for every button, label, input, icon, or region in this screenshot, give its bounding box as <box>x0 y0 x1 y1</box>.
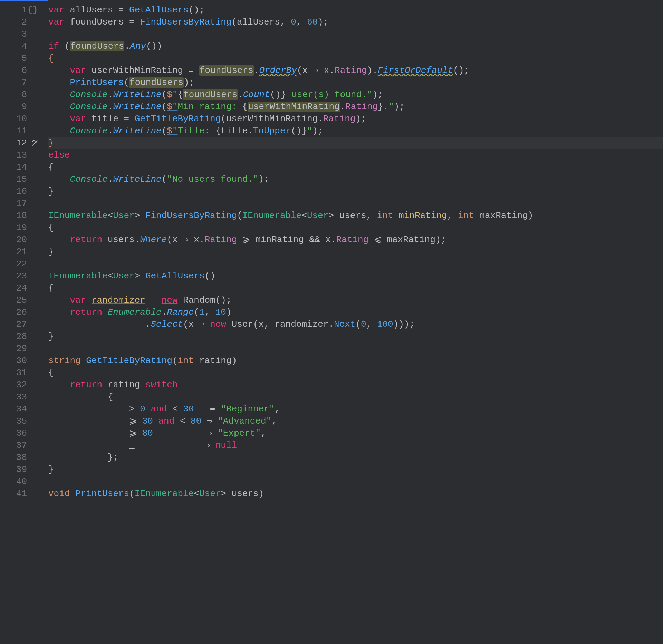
code-line: var allUsers = GetAllUsers(); <box>48 4 663 16</box>
code-line: { <box>48 222 663 234</box>
code-area[interactable]: var allUsers = GetAllUsers(); var foundU… <box>31 0 663 644</box>
code-line: return Enumerable.Range(1, 10) <box>48 306 663 319</box>
line-number[interactable]: 10 <box>0 113 27 125</box>
line-number[interactable]: 22 <box>0 258 27 270</box>
code-line: var randomizer = new Random(); <box>48 294 663 306</box>
code-line: IEnumerable<User> FindUsersByRating(IEnu… <box>48 210 663 222</box>
line-number[interactable]: 13 <box>0 149 27 161</box>
code-line <box>48 476 663 488</box>
line-number[interactable]: 18 <box>0 210 27 222</box>
line-number[interactable]: 11 <box>0 125 27 137</box>
code-line: var title = GetTitleByRating(userWithMin… <box>48 113 663 125</box>
line-number[interactable]: 14 <box>0 161 27 173</box>
line-number-gutter[interactable]: 1{} 2 3 4 5 6 7 8 9 10 11 12 13 14 15 16… <box>0 0 31 644</box>
line-number[interactable]: 37 <box>0 439 27 452</box>
code-line: Console.WriteLine($"Title: {title.ToUppe… <box>48 125 663 137</box>
line-number[interactable]: 21 <box>0 246 27 258</box>
line-number[interactable]: 6 <box>0 65 27 77</box>
code-line: PrintUsers(foundUsers); <box>48 77 663 89</box>
code-line: } <box>48 331 663 343</box>
code-line: return users.Where(x ⇒ x.Rating ⩾ minRat… <box>48 234 663 246</box>
code-line: _ ⇒ null <box>48 439 663 452</box>
line-number[interactable]: 19 <box>0 222 27 234</box>
code-line: if (foundUsers.Any()) <box>48 40 663 53</box>
line-number[interactable]: 9 <box>0 101 27 113</box>
code-line <box>48 258 663 270</box>
line-number[interactable]: 41 <box>0 488 27 500</box>
code-line: { <box>48 53 663 65</box>
line-number[interactable]: 12 <box>0 137 27 149</box>
code-line: } <box>48 137 663 149</box>
code-line <box>48 198 663 210</box>
line-number[interactable]: 31 <box>0 367 27 379</box>
code-line: return rating switch <box>48 379 663 391</box>
code-line: } <box>48 246 663 258</box>
code-line: else <box>48 149 663 161</box>
code-line: { <box>48 282 663 294</box>
line-number[interactable]: 5 <box>0 53 27 65</box>
line-number[interactable]: 32 <box>0 379 27 391</box>
code-line: Console.WriteLine($"Min rating: {userWit… <box>48 101 663 113</box>
line-number[interactable]: 2 <box>0 16 27 28</box>
line-number[interactable]: 25 <box>0 294 27 306</box>
line-number[interactable]: 1{} <box>0 4 27 16</box>
code-line: .Select(x ⇒ new User(x, randomizer.Next(… <box>48 319 663 331</box>
line-number[interactable]: 30 <box>0 355 27 367</box>
line-number[interactable]: 8 <box>0 89 27 101</box>
code-line: var foundUsers = FindUsersByRating(allUs… <box>48 16 663 28</box>
line-number[interactable]: 20 <box>0 234 27 246</box>
code-line: > 0 and < 30 ⇒ "Beginner", <box>48 403 663 415</box>
code-line: } <box>48 464 663 476</box>
line-number[interactable]: 33 <box>0 391 27 403</box>
line-number[interactable]: 29 <box>0 343 27 355</box>
code-line <box>48 343 663 355</box>
line-number[interactable]: 34 <box>0 403 27 415</box>
line-number[interactable]: 3 <box>0 28 27 40</box>
code-line: var userWithMinRating = foundUsers.Order… <box>48 65 663 77</box>
code-line: string GetTitleByRating(int rating) <box>48 355 663 367</box>
line-number[interactable]: 17 <box>0 198 27 210</box>
code-line: { <box>48 391 663 403</box>
line-number[interactable]: 15 <box>0 173 27 186</box>
line-number[interactable]: 26 <box>0 306 27 319</box>
code-line <box>48 28 663 40</box>
code-line: ⩾ 80 ⇒ "Expert", <box>48 427 663 439</box>
code-line: { <box>48 367 663 379</box>
line-number[interactable]: 39 <box>0 464 27 476</box>
code-line: Console.WriteLine($"{foundUsers.Count()}… <box>48 89 663 101</box>
code-line: }; <box>48 452 663 464</box>
line-number[interactable]: 27 <box>0 319 27 331</box>
code-line: Console.WriteLine("No users found."); <box>48 173 663 186</box>
code-editor[interactable]: 1{} 2 3 4 5 6 7 8 9 10 11 12 13 14 15 16… <box>0 0 663 644</box>
line-number[interactable]: 16 <box>0 186 27 198</box>
line-number[interactable]: 36 <box>0 427 27 439</box>
line-number[interactable]: 24 <box>0 282 27 294</box>
line-number[interactable]: 23 <box>0 270 27 282</box>
line-number[interactable]: 28 <box>0 331 27 343</box>
line-number[interactable]: 7 <box>0 77 27 89</box>
code-line: IEnumerable<User> GetAllUsers() <box>48 270 663 282</box>
code-line: } <box>48 186 663 198</box>
line-number[interactable]: 4 <box>0 40 27 53</box>
line-number[interactable]: 35 <box>0 415 27 427</box>
code-line: ⩾ 30 and < 80 ⇒ "Advanced", <box>48 415 663 427</box>
line-number[interactable]: 40 <box>0 476 27 488</box>
code-line: void PrintUsers(IEnumerable<User> users) <box>48 488 663 500</box>
line-number[interactable]: 38 <box>0 452 27 464</box>
code-line: { <box>48 161 663 173</box>
